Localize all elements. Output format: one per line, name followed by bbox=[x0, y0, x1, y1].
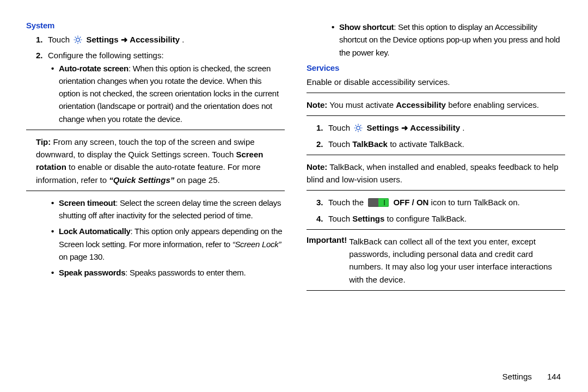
bullet-show-shortcut: Show shortcut: Set this option to displa… bbox=[332, 21, 565, 59]
divider bbox=[307, 115, 565, 116]
page-footer: Settings 144 bbox=[503, 372, 561, 381]
heading-services: Services bbox=[307, 63, 565, 72]
divider bbox=[307, 155, 565, 155]
page-body: System Touch Settings ➜ Accessibility . … bbox=[0, 0, 588, 303]
divider bbox=[26, 130, 285, 130]
note-talkback-feedback: Note: TalkBack, when installed and enabl… bbox=[307, 161, 565, 186]
services-steps-a: Touch Settings ➜ Accessibility . Touch T… bbox=[316, 121, 565, 150]
tip-label: Tip: bbox=[36, 137, 51, 146]
important-block: Important! TalkBack can collect all of t… bbox=[307, 235, 565, 286]
important-label: Important! bbox=[307, 235, 349, 286]
bullet-auto-rotate: Auto-rotate screen: When this option is … bbox=[51, 62, 285, 125]
services-step-2: Touch TalkBack to activate TalkBack. bbox=[316, 138, 565, 150]
settings-gear-icon bbox=[353, 123, 363, 133]
bullet-speak-passwords: Speak passwords: Speaks passwords to ent… bbox=[51, 266, 285, 279]
services-step-4: Touch Settings to configure TalkBack. bbox=[316, 212, 565, 225]
right-column: Show shortcut: Set this option to displa… bbox=[307, 21, 565, 296]
divider bbox=[307, 93, 565, 93]
footer-section: Settings bbox=[503, 372, 532, 381]
arrow-icon: ➜ bbox=[121, 35, 130, 44]
system-step-1: Touch Settings ➜ Accessibility . bbox=[36, 33, 285, 46]
heading-system: System bbox=[26, 21, 285, 30]
left-column: System Touch Settings ➜ Accessibility . … bbox=[26, 21, 285, 296]
note-activate-accessibility: Note: You must activate Accessibility be… bbox=[307, 99, 565, 111]
system-bullets-2: Screen timeout: Select the screen delay … bbox=[51, 197, 285, 279]
tip-block: Tip: From any screen, touch the top of t… bbox=[26, 136, 285, 186]
divider bbox=[307, 190, 565, 191]
divider bbox=[307, 229, 565, 230]
svg-point-1 bbox=[357, 126, 360, 130]
footer-page-number: 144 bbox=[547, 372, 561, 381]
services-steps-b: Touch the OFF / ON icon to turn TalkBack… bbox=[316, 196, 565, 225]
system-step-2: Configure the following settings: Auto-r… bbox=[36, 49, 285, 125]
bullet-screen-timeout: Screen timeout: Select the screen delay … bbox=[51, 197, 285, 222]
system-steps: Touch Settings ➜ Accessibility . Configu… bbox=[36, 33, 285, 125]
svg-point-0 bbox=[76, 38, 79, 41]
system-bullets-1: Auto-rotate screen: When this option is … bbox=[51, 62, 285, 125]
off-on-toggle-icon bbox=[368, 198, 389, 207]
bullet-lock-automatically: Lock Automatically: This option only app… bbox=[51, 225, 285, 263]
settings-gear-icon bbox=[73, 35, 83, 45]
right-top-bullets: Show shortcut: Set this option to displa… bbox=[332, 21, 565, 59]
arrow-icon: ➜ bbox=[401, 123, 411, 132]
divider bbox=[307, 290, 565, 291]
important-body: TalkBack can collect all of the text you… bbox=[349, 235, 565, 286]
divider bbox=[26, 191, 285, 191]
services-step-3: Touch the OFF / ON icon to turn TalkBack… bbox=[316, 196, 565, 209]
services-intro: Enable or disable accessibility services… bbox=[307, 76, 565, 88]
services-step-1: Touch Settings ➜ Accessibility . bbox=[316, 121, 565, 134]
